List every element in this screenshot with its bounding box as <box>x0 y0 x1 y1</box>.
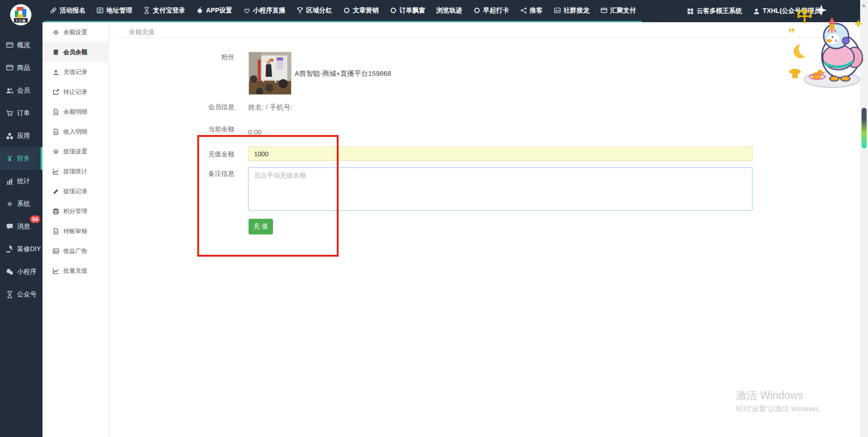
topnav-item-article-marketing[interactable]: 文章营销 <box>338 0 384 22</box>
submenu-item-batch-recharge[interactable]: 批量充值 <box>42 261 108 281</box>
sidebar-item-system[interactable]: 系统 <box>0 192 42 215</box>
sidebar-label: 会员 <box>17 86 30 95</box>
circle-icon <box>390 7 397 14</box>
sidebar-label: 公众号 <box>17 290 36 299</box>
topnav-item-region-dividend[interactable]: 区域分红 <box>291 0 338 22</box>
sidebar-item-orders[interactable]: 订单 <box>0 102 42 124</box>
recharge-submit-button[interactable]: 充 值 <box>249 219 273 234</box>
submenu-label: 会员余额 <box>63 48 87 56</box>
sidebar-label: 概况 <box>17 41 30 49</box>
topnav-item-activity-signup[interactable]: 活动报名 <box>44 0 91 22</box>
topnav-item-app-settings[interactable]: APP设置 <box>191 0 238 22</box>
sidebar-label: 订单 <box>17 109 30 117</box>
submenu-label: 充值记录 <box>63 68 87 76</box>
topnav-item-address-manage[interactable]: 地址管理 <box>91 0 138 22</box>
submenu-item-member-balance[interactable]: 会员余额 <box>42 42 108 62</box>
file-icon <box>53 129 59 135</box>
scrollbar-track[interactable] <box>860 0 868 437</box>
topnav-item-alipay-login[interactable]: 支付宝登录 <box>138 0 191 22</box>
remark-textarea[interactable] <box>248 167 753 211</box>
top-nav-bar: 活动报名 地址管理 支付宝登录 APP设置 小程序直播 区域分红 文章营销 订单… <box>0 0 868 22</box>
submenu-label: 提现统计 <box>63 167 87 176</box>
remark-label: 备注信息 <box>179 170 234 178</box>
topnav-label: 区域分红 <box>306 6 332 15</box>
sidebar-item-statistics[interactable]: 统计 <box>0 170 42 192</box>
submenu-item-balance-details[interactable]: 余额明细 <box>42 102 108 122</box>
gavel-icon <box>6 246 13 253</box>
scroll-up-icon[interactable] <box>862 4 866 7</box>
gears-icon <box>6 200 13 208</box>
topnav-label: 推客 <box>530 6 543 15</box>
breadcrumb: 余额充值 <box>129 28 155 37</box>
sidebar-item-products[interactable]: 商品 <box>0 56 42 79</box>
account-label: TXHL(公众号管理员) <box>763 7 823 15</box>
topnav-label: 浏览轨迹 <box>437 6 462 15</box>
window-icon <box>6 42 13 49</box>
topnav-label: 小程序直播 <box>253 6 285 15</box>
topbar-right-group: 云客多模王系统 TXHL(公众号管理员) <box>681 0 828 22</box>
watermark-line1: 激活 Windows <box>736 388 826 403</box>
submenu-label: 收入明细 <box>63 128 87 136</box>
line-chart-icon <box>53 168 59 175</box>
current-balance-label: 当前余额 <box>179 125 234 134</box>
hourglass-icon <box>6 291 13 298</box>
submenu-item-withdraw-records[interactable]: 提现记录 <box>42 181 108 201</box>
submenu-item-transfer-review[interactable]: 转账审核 <box>42 221 108 241</box>
submenu-item-income-details[interactable]: 收入明细 <box>42 122 108 142</box>
submenu-item-balance-settings[interactable]: 余额设置 <box>42 22 108 42</box>
scrollbar-thumb[interactable] <box>862 108 867 148</box>
sidebar-label: 统计 <box>17 177 30 185</box>
submenu-label: 收益广告 <box>63 247 87 255</box>
submenu-item-points-manage[interactable]: 积分管理 <box>42 201 108 221</box>
submenu-item-withdraw-settings[interactable]: 提现设置 <box>42 142 108 161</box>
sidebar-item-miniprogram[interactable]: 小程序 <box>0 260 42 283</box>
fan-name: A曾智聪-商城+直播平台159868 <box>295 69 391 78</box>
fan-label: 粉丝 <box>179 53 234 62</box>
sidebar-item-decorate-diy[interactable]: 装修DIY <box>0 238 42 260</box>
topnav-item-huiju-pay[interactable]: 汇聚支付 <box>595 0 642 22</box>
file-icon <box>53 109 59 115</box>
user-icon <box>753 8 760 15</box>
pencil-icon <box>53 188 59 195</box>
gear-icon <box>53 29 59 36</box>
trophy-icon <box>297 7 303 14</box>
topnav-item-browse-track[interactable]: 浏览轨迹 <box>431 0 468 22</box>
member-info-label: 会员信息 <box>179 103 234 111</box>
sidebar-item-official-account[interactable]: 公众号 <box>0 283 42 306</box>
sidebar-item-messages[interactable]: 消息54 <box>0 215 42 238</box>
submenu-item-recharge-records[interactable]: 充值记录 <box>42 62 108 82</box>
sidebar-item-overview[interactable]: 概况 <box>0 34 42 56</box>
cubes-icon <box>6 132 13 140</box>
messages-count-badge: 54 <box>30 215 40 223</box>
submenu-item-transfer-records[interactable]: 转让记录 <box>42 82 108 102</box>
system-name-menu[interactable]: 云客多模王系统 <box>681 0 747 22</box>
download-icon <box>53 69 59 75</box>
breadcrumb-divider <box>116 37 852 38</box>
sidebar-item-apps[interactable]: 应用 <box>0 124 42 147</box>
topnav-label: 社群接龙 <box>564 6 589 15</box>
comment-icon <box>6 223 13 230</box>
heart-icon <box>243 7 250 14</box>
hourglass-icon <box>143 7 150 14</box>
account-menu[interactable]: TXHL(公众号管理员) <box>747 0 828 22</box>
topnav-item-group-relay[interactable]: 社群接龙 <box>548 0 595 22</box>
topnav-label: 活动报名 <box>60 6 85 15</box>
submenu-item-withdraw-statistics[interactable]: 提现统计 <box>42 161 108 181</box>
topnav-item-order-popup[interactable]: 订单飘窗 <box>384 0 431 22</box>
logo-text: E企赢 <box>16 18 25 23</box>
topnav-item-miniprogram-live[interactable]: 小程序直播 <box>238 0 291 22</box>
recharge-amount-input[interactable] <box>248 147 753 161</box>
topnav-item-promoter[interactable]: 推客 <box>515 0 548 22</box>
topnav-label: 早起打卡 <box>483 6 509 15</box>
submenu-item-revenue-ads[interactable]: 收益广告 <box>42 241 108 261</box>
topnav-label: 汇聚支付 <box>610 6 636 15</box>
topnav-item-early-checkin[interactable]: 早起打卡 <box>468 0 515 22</box>
logo-graphic: E企赢 <box>13 6 29 24</box>
topnav-label: 订单飘窗 <box>400 6 425 15</box>
sidebar-label: 小程序 <box>17 268 36 276</box>
fan-avatar <box>249 52 291 95</box>
sidebar-item-finance[interactable]: 财务 <box>0 147 42 170</box>
sidebar-item-members[interactable]: 会员 <box>0 79 42 102</box>
site-logo[interactable]: E企赢 <box>10 4 31 25</box>
topnav-label: 地址管理 <box>106 6 132 15</box>
